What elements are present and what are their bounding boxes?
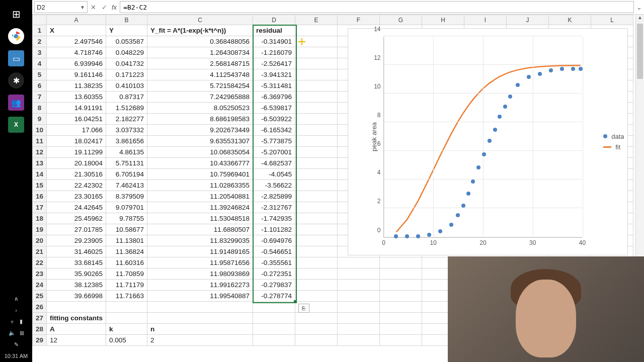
cell-B8[interactable]: 1.512689 <box>106 103 147 114</box>
cell-E17[interactable] <box>295 202 338 213</box>
cell-F27[interactable] <box>338 313 380 324</box>
cell-G26[interactable] <box>380 302 422 313</box>
cell-E23[interactable] <box>295 268 338 280</box>
row-header[interactable]: 7 <box>33 92 47 103</box>
autofill-options-button[interactable]: ⎘ <box>298 304 309 313</box>
cell-C29[interactable]: 2 <box>147 335 253 346</box>
cell-B14[interactable]: 6.705194 <box>106 169 147 180</box>
column-header-B[interactable]: B <box>106 15 147 25</box>
cell-D26[interactable] <box>253 302 295 313</box>
cell-E9[interactable] <box>295 114 338 125</box>
cancel-icon[interactable]: ✕ <box>88 4 99 11</box>
cell-D10[interactable]: -6.165342 <box>253 125 295 136</box>
column-header-F[interactable]: F <box>338 15 380 25</box>
cell-A9[interactable]: 16.04251 <box>47 114 106 125</box>
row-header[interactable]: 15 <box>33 180 47 191</box>
column-header-E[interactable]: E <box>295 15 338 25</box>
cell-C23[interactable]: 11.98093869 <box>147 268 253 280</box>
cell-D2[interactable]: -0.314901 <box>253 36 295 47</box>
cell-A1[interactable]: X <box>47 25 106 36</box>
battery-icon[interactable]: ▮ <box>20 318 23 325</box>
cell-E14[interactable] <box>295 169 338 180</box>
cell-D7[interactable]: -6.369796 <box>253 92 295 103</box>
cell-F23[interactable] <box>338 268 380 280</box>
cell-A27[interactable]: fitting constants <box>47 313 106 324</box>
excel-icon[interactable]: X <box>8 117 24 133</box>
cell-D14[interactable]: -4.0545 <box>253 169 295 180</box>
cell-F28[interactable] <box>338 324 380 335</box>
cell-C6[interactable]: 5.721584254 <box>147 80 253 92</box>
cell-D9[interactable]: -6.503922 <box>253 114 295 125</box>
row-header[interactable]: 5 <box>33 69 47 80</box>
cell-C3[interactable]: 1.264308734 <box>147 47 253 58</box>
cell-B13[interactable]: 5.751131 <box>106 158 147 169</box>
cell-B28[interactable]: k <box>106 324 147 335</box>
cell-D23[interactable]: -0.272351 <box>253 268 295 280</box>
cell-A22[interactable]: 33.68145 <box>47 257 106 268</box>
cell-E22[interactable] <box>295 257 338 268</box>
cell-D25[interactable]: -0.278774 <box>253 291 295 302</box>
expand-formula-icon[interactable]: ⌄ <box>635 4 643 11</box>
cell-A14[interactable]: 21.30516 <box>47 169 106 180</box>
cell-B26[interactable] <box>106 302 147 313</box>
cell-C17[interactable]: 11.39246824 <box>147 202 253 213</box>
teams-icon[interactable]: 👥 <box>8 95 24 111</box>
dropbox-icon[interactable]: ⊞ <box>20 330 24 336</box>
column-header-I[interactable]: I <box>464 15 507 25</box>
cell-C21[interactable]: 11.91489165 <box>147 246 253 257</box>
row-header[interactable]: 10 <box>33 125 47 136</box>
people-icon[interactable]: ጰ <box>15 296 18 302</box>
cell-C19[interactable]: 11.6880507 <box>147 224 253 235</box>
cell-G25[interactable] <box>380 291 422 302</box>
formula-input[interactable] <box>120 1 634 13</box>
cell-C11[interactable]: 9.635531307 <box>147 136 253 147</box>
files-icon[interactable]: ▭ <box>8 50 24 66</box>
cell-B22[interactable]: 11.60316 <box>106 257 147 268</box>
cell-E10[interactable] <box>295 125 338 136</box>
cell-B17[interactable]: 9.079701 <box>106 202 147 213</box>
row-header[interactable]: 22 <box>33 257 47 268</box>
cell-C13[interactable]: 10.43366777 <box>147 158 253 169</box>
cell-D22[interactable]: -0.355561 <box>253 257 295 268</box>
cell-B18[interactable]: 9.78755 <box>106 213 147 224</box>
cell-B2[interactable]: 0.053587 <box>106 36 147 47</box>
cell-B15[interactable]: 7.462413 <box>106 180 147 191</box>
cell-C20[interactable]: 11.83299035 <box>147 235 253 246</box>
cell-D12[interactable]: -5.207001 <box>253 147 295 158</box>
cell-E6[interactable] <box>295 80 338 92</box>
cell-A8[interactable]: 14.91191 <box>47 103 106 114</box>
cell-F26[interactable] <box>338 302 380 313</box>
cell-C10[interactable]: 9.202673449 <box>147 125 253 136</box>
cell-E18[interactable] <box>295 213 338 224</box>
row-header[interactable]: 25 <box>33 291 47 302</box>
cell-A16[interactable]: 23.30165 <box>47 191 106 202</box>
cell-A26[interactable] <box>47 302 106 313</box>
cell-A13[interactable]: 20.18004 <box>47 158 106 169</box>
cell-D11[interactable]: -5.773875 <box>253 136 295 147</box>
scroll-up-icon[interactable]: ▲ <box>636 15 644 23</box>
cell-E24[interactable] <box>295 280 338 291</box>
cell-F25[interactable] <box>338 291 380 302</box>
cell-A25[interactable]: 39.66998 <box>47 291 106 302</box>
cell-E11[interactable] <box>295 136 338 147</box>
slack-icon[interactable]: ✱ <box>8 72 24 88</box>
cell-A5[interactable]: 9.161146 <box>47 69 106 80</box>
cell-C5[interactable]: 4.112543748 <box>147 69 253 80</box>
cell-B24[interactable]: 11.71179 <box>106 280 147 291</box>
cell-B3[interactable]: 0.048229 <box>106 47 147 58</box>
cell-A6[interactable]: 11.38235 <box>47 80 106 92</box>
cell-E19[interactable] <box>295 224 338 235</box>
chevron-down-icon[interactable]: ▼ <box>80 5 85 10</box>
cell-C27[interactable] <box>147 313 253 324</box>
cell-B10[interactable]: 3.037332 <box>106 125 147 136</box>
enter-icon[interactable]: ✓ <box>99 4 110 11</box>
cell-C22[interactable]: 11.95871656 <box>147 257 253 268</box>
row-header[interactable]: 27 <box>33 313 47 324</box>
cell-E13[interactable] <box>295 158 338 169</box>
row-header[interactable]: 9 <box>33 114 47 125</box>
cell-A24[interactable]: 38.12385 <box>47 280 106 291</box>
cell-A18[interactable]: 25.45962 <box>47 213 106 224</box>
windows-icon[interactable]: ⊞ <box>8 6 24 22</box>
cell-D4[interactable]: -2.526417 <box>253 58 295 69</box>
cell-B23[interactable]: 11.70859 <box>106 268 147 280</box>
